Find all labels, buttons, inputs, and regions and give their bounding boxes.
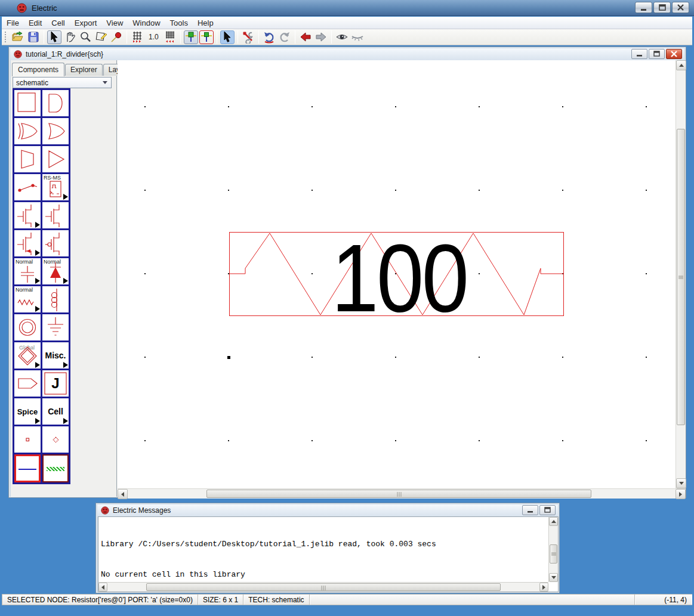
go-back-button[interactable] xyxy=(298,30,313,44)
window-controls xyxy=(634,2,689,13)
palette-cell-nmos-transistor[interactable] xyxy=(14,202,41,228)
pan-mode-button[interactable] xyxy=(63,30,77,44)
palette-cell-nmos-transistor-2[interactable] xyxy=(42,202,69,228)
minimize-button[interactable] xyxy=(635,2,652,13)
messages-horizontal-scrollbar[interactable] xyxy=(98,582,548,592)
maximize-button[interactable] xyxy=(649,49,665,59)
palette-cell-inductor[interactable] xyxy=(42,286,69,312)
palette-cell-npn-transistor[interactable] xyxy=(14,230,41,256)
messages-window-title: Electric Messages xyxy=(113,506,171,515)
palette-cell-spice[interactable]: Spice xyxy=(14,398,41,425)
palette-cell-flipflop[interactable]: RS-MS xyxy=(42,174,69,200)
edit-window-titlebar[interactable]: tutorial_1:R_divider{sch} xyxy=(10,48,684,60)
maximize-button[interactable] xyxy=(653,2,671,13)
menu-edit[interactable]: Edit xyxy=(24,17,47,29)
palette-cell-ground[interactable] xyxy=(42,314,69,340)
palette-cell-off-page[interactable] xyxy=(14,370,41,397)
canvas-vertical-scrollbar[interactable] xyxy=(676,60,686,488)
palette-cell-pin[interactable] xyxy=(14,426,41,453)
measure-button[interactable] xyxy=(109,30,124,44)
palette-cell-xor-gate[interactable] xyxy=(14,118,41,144)
save-library-button[interactable] xyxy=(26,30,41,44)
close-button[interactable] xyxy=(666,49,682,59)
grid-dot xyxy=(479,190,480,191)
expand-view-button[interactable] xyxy=(335,30,349,44)
select-mode-button[interactable] xyxy=(47,30,61,44)
horizontal-scroll-thumb[interactable] xyxy=(146,583,501,591)
minimize-button[interactable] xyxy=(522,505,538,515)
outline-edit-button[interactable] xyxy=(94,30,108,44)
toolbar-separator xyxy=(258,30,259,44)
scroll-right-button[interactable] xyxy=(676,489,686,499)
palette-cell-power[interactable] xyxy=(14,314,41,340)
scroll-right-button[interactable] xyxy=(539,583,548,592)
palette-cell-wire-arc[interactable] xyxy=(14,454,41,482)
scroll-down-button[interactable] xyxy=(676,478,686,488)
grid-dot xyxy=(646,440,647,441)
palette-cell-export[interactable] xyxy=(42,426,69,453)
undo-button[interactable] xyxy=(262,30,276,44)
toggle-grid-button[interactable] xyxy=(130,30,144,44)
arc-palette-row xyxy=(13,454,70,484)
vertical-scroll-thumb[interactable] xyxy=(550,544,557,564)
menu-export[interactable]: Export xyxy=(70,17,102,29)
horizontal-scroll-thumb[interactable] xyxy=(206,490,591,498)
palette-cell-box-node[interactable] xyxy=(14,90,41,116)
palette-cell-or-gate[interactable] xyxy=(42,118,69,144)
menu-file[interactable]: File xyxy=(2,17,24,29)
close-button[interactable] xyxy=(672,2,689,13)
toolbar-separator xyxy=(237,30,238,44)
open-library-button[interactable] xyxy=(11,30,25,44)
main-titlebar[interactable]: Electric xyxy=(0,0,694,16)
menu-view[interactable]: View xyxy=(101,17,128,29)
show-export-names-button[interactable] xyxy=(199,30,214,44)
palette-cell-mux[interactable] xyxy=(14,146,41,172)
minimize-button[interactable] xyxy=(631,49,647,59)
grid-dot xyxy=(311,440,313,441)
menu-cell[interactable]: Cell xyxy=(47,17,69,29)
messages-titlebar[interactable]: Electric Messages xyxy=(97,504,558,516)
palette-cell-bus-arc[interactable] xyxy=(42,454,69,482)
preferences-tools-button[interactable] xyxy=(241,30,255,44)
maximize-button[interactable] xyxy=(539,505,556,515)
palette-cell-resistor[interactable]: Normal xyxy=(14,286,41,312)
palette-cell-buffer[interactable] xyxy=(42,146,69,172)
palette-cell-cell-instance[interactable]: Cell xyxy=(42,398,69,425)
scroll-up-button[interactable] xyxy=(676,60,686,70)
messages-body[interactable]: Library /C:/Users/student/Desktop/tutori… xyxy=(98,516,559,592)
scroll-left-button[interactable] xyxy=(118,489,128,499)
scroll-up-button[interactable] xyxy=(549,517,558,526)
schematic-canvas[interactable]: 100 xyxy=(118,60,676,488)
palette-cell-switch[interactable] xyxy=(14,174,41,200)
canvas-horizontal-scrollbar[interactable] xyxy=(118,488,686,499)
show-exports-button[interactable] xyxy=(184,30,198,44)
scroll-down-button[interactable] xyxy=(549,573,558,582)
palette-cell-capacitor[interactable]: Normal xyxy=(14,258,41,284)
menu-tools[interactable]: Tools xyxy=(165,17,193,29)
messages-vertical-scrollbar[interactable] xyxy=(548,517,558,582)
tab-explorer[interactable]: Explorer xyxy=(65,64,103,76)
scroll-left-button[interactable] xyxy=(98,583,107,592)
tab-components[interactable]: Components xyxy=(12,63,64,76)
palette-cell-diode[interactable]: Normal xyxy=(42,258,69,284)
palette-cell-misc[interactable]: Misc. xyxy=(42,342,69,369)
grid-dot xyxy=(228,440,229,441)
fine-grid-button[interactable] xyxy=(163,30,177,44)
redo-button[interactable] xyxy=(277,30,292,44)
menu-help[interactable]: Help xyxy=(193,17,218,29)
mdi-workspace: tutorial_1:R_divider{sch} Components Exp… xyxy=(2,45,692,594)
zoom-mode-button[interactable] xyxy=(78,30,92,44)
collapse-view-button[interactable] xyxy=(350,30,365,44)
menu-window[interactable]: Window xyxy=(128,17,165,29)
go-forward-button[interactable] xyxy=(314,30,328,44)
palette-cell-and-gate[interactable] xyxy=(42,90,69,116)
grid-dot xyxy=(311,190,313,191)
palette-cell-global-signal[interactable]: Global xyxy=(14,342,41,369)
palette-cell-pmos-transistor[interactable] xyxy=(42,230,69,256)
vertical-scroll-thumb[interactable] xyxy=(677,129,685,425)
palette-cell-junction[interactable]: J xyxy=(42,370,69,397)
more-options-marker xyxy=(63,418,68,424)
special-select-button[interactable] xyxy=(220,30,235,44)
technology-selector[interactable]: schematic xyxy=(13,77,112,88)
toolbar-grip[interactable] xyxy=(4,31,7,43)
